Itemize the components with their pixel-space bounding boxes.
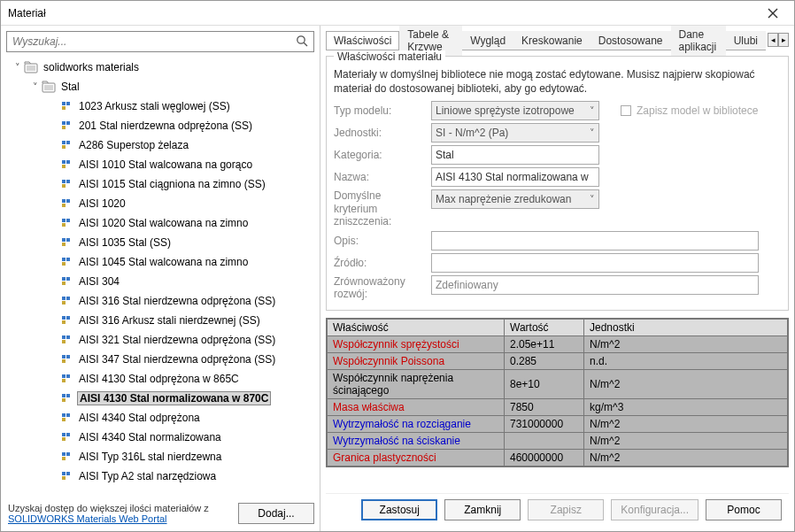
table-row[interactable]: Wytrzymałość na ściskanieN/m^2 — [328, 433, 788, 450]
folder-icon — [42, 80, 56, 94]
tree-material-item[interactable]: AISI 4340 Stal normalizowana — [6, 428, 314, 447]
web-portal-note: Uzyskaj dostęp do większej ilości materi… — [6, 499, 211, 528]
svg-rect-56 — [62, 379, 66, 382]
tree-category[interactable]: ˅Stal — [6, 77, 314, 96]
add-button[interactable]: Dodaj... — [238, 503, 314, 524]
apply-button[interactable]: Zastosuj — [361, 499, 437, 520]
svg-rect-26 — [62, 184, 66, 188]
collapse-icon[interactable]: ˅ — [12, 62, 24, 73]
tree-material-item[interactable]: 1023 Arkusz stali węglowej (SS) — [6, 96, 314, 116]
save-in-lib: Zapisz model w bibliotece — [621, 104, 758, 117]
search-input[interactable] — [11, 35, 294, 49]
material-icon — [59, 294, 73, 308]
material-icon — [59, 138, 73, 152]
tree-material-item[interactable]: AISI 347 Stal nierdzewna odprężona (SS) — [6, 350, 314, 369]
category-field[interactable]: Stal — [431, 145, 599, 165]
material-icon — [59, 274, 73, 289]
svg-rect-53 — [62, 359, 66, 363]
tab-wygl-d[interactable]: Wygląd — [462, 31, 513, 50]
table-row[interactable]: Masa właściwa7850kg/m^3 — [328, 399, 788, 416]
tree-material-item[interactable]: AISI 4340 Stal odprężona — [6, 408, 314, 428]
tab-scroll-right[interactable]: ▸ — [778, 33, 789, 47]
svg-rect-48 — [62, 335, 66, 339]
svg-rect-60 — [62, 413, 66, 417]
window-title: Materiał — [8, 7, 755, 19]
svg-rect-69 — [62, 472, 66, 475]
tree-material-item[interactable]: AISI 4130 Stal odprężona w 865C — [6, 369, 314, 389]
svg-rect-40 — [66, 277, 70, 281]
svg-rect-29 — [62, 204, 66, 207]
tree-material-item[interactable]: AISI 1035 Stal (SS) — [6, 233, 314, 252]
svg-rect-37 — [66, 258, 70, 261]
help-button[interactable]: Pomoc — [706, 499, 782, 520]
table-row[interactable]: Współczynnik naprężenia ścinającego8e+10… — [328, 370, 788, 399]
tree-material-item[interactable]: AISI 321 Stal nierdzewna odprężona (SS) — [6, 330, 314, 350]
table-header: Wartość — [505, 320, 584, 336]
collapse-icon[interactable]: ˅ — [29, 81, 42, 93]
svg-rect-28 — [66, 199, 70, 203]
svg-rect-16 — [66, 121, 70, 125]
tree-material-item[interactable]: 201 Stal nierdzewna odprężona (SS) — [6, 116, 314, 135]
tree-material-item[interactable]: AISI Typ A2 stal narzędziowa — [6, 466, 314, 486]
tree-material-item[interactable]: AISI 1010 Stal walcowana na gorąco — [6, 155, 314, 174]
tree-root[interactable]: ˅solidworks materials — [6, 58, 314, 77]
tree-material-item[interactable]: A286 Superstop żelaza — [6, 135, 314, 155]
material-tree[interactable]: ˅solidworks materials˅Stal1023 Arkusz st… — [6, 56, 314, 499]
svg-rect-68 — [62, 457, 66, 460]
tree-material-item[interactable]: AISI 1020 — [6, 194, 314, 213]
tree-material-item[interactable]: AISI 316 Arkusz stali nierdzewnej (SS) — [6, 311, 314, 330]
tree-material-item[interactable]: AISI 4130 Stal normalizowana w 870C — [6, 389, 314, 408]
svg-rect-12 — [62, 102, 66, 105]
source-field[interactable] — [431, 253, 759, 273]
table-row[interactable]: Współczynnik Poissona0.285n.d. — [328, 353, 788, 370]
svg-rect-54 — [62, 374, 66, 378]
svg-rect-23 — [62, 165, 66, 168]
svg-rect-14 — [62, 106, 66, 110]
svg-rect-42 — [62, 297, 66, 300]
tree-material-item[interactable]: AISI 1045 Stal walcowana na zimno — [6, 252, 314, 272]
criterion-label: Domyślne kryterium zniszczenia: — [334, 189, 431, 227]
failure-criterion-select[interactable]: Max naprężenie zredukowan — [431, 189, 599, 209]
dialog-footer: Zastosuj Zamknij Zapisz Konfiguracja... … — [326, 493, 789, 526]
tab-w-a-ciwo-ci[interactable]: Właściwości — [326, 31, 399, 50]
material-icon — [59, 235, 73, 250]
material-icon — [59, 216, 73, 230]
svg-rect-27 — [62, 199, 66, 203]
tree-material-item[interactable]: AISI 304 — [6, 272, 314, 291]
close-button[interactable] — [755, 3, 791, 24]
model-type-label: Typ modelu: — [334, 104, 431, 117]
tab-kreskowanie[interactable]: Kreskowanie — [513, 31, 590, 50]
tree-material-item[interactable]: AISI 1020 Stal walcowana na zimno — [6, 213, 314, 233]
table-row[interactable]: Współczynnik sprężystości2.05e+11N/m^2 — [328, 336, 788, 353]
svg-rect-46 — [66, 316, 70, 320]
units-select[interactable]: SI - N/m^2 (Pa) — [431, 123, 599, 143]
tab-dostosowane[interactable]: Dostosowane — [590, 31, 671, 50]
save-in-lib-checkbox[interactable] — [621, 105, 631, 116]
svg-rect-65 — [62, 437, 66, 441]
svg-rect-61 — [66, 413, 70, 417]
model-type-select[interactable]: Liniowe sprężyste izotropowe — [431, 101, 599, 120]
name-field[interactable]: AISI 4130 Stal normalizowana w — [431, 167, 599, 187]
search-box[interactable] — [6, 31, 314, 52]
svg-rect-66 — [62, 452, 66, 456]
tree-material-item[interactable]: AISI Typ 316L stal nierdzewna — [6, 447, 314, 466]
tree-material-item[interactable]: AISI 316 Stal nierdzewna odprężona (SS) — [6, 291, 314, 311]
tab-dane-aplikacji[interactable]: Dane aplikacji — [671, 26, 726, 56]
titlebar: Materiał — [1, 1, 794, 26]
tree-material-item[interactable]: AISI 1015 Stal ciągniona na zimno (SS) — [6, 174, 314, 194]
svg-rect-57 — [62, 394, 66, 397]
svg-rect-36 — [62, 258, 66, 261]
material-icon — [59, 333, 73, 347]
sustainability-field[interactable]: Zdefiniowany — [431, 275, 759, 295]
svg-rect-55 — [66, 374, 70, 378]
table-row[interactable]: Wytrzymałość na rozciąganie731000000N/m^… — [328, 416, 788, 433]
material-icon — [59, 372, 73, 386]
web-portal-link[interactable]: SOLIDWORKS Materials Web Portal — [8, 513, 167, 524]
close-button-footer[interactable]: Zamknij — [444, 499, 521, 520]
tab-ulubi[interactable]: Ulubi — [726, 31, 766, 50]
tab-strip: WłaściwościTabele & KrzyweWyglądKreskowa… — [326, 29, 766, 50]
tab-scroll-left[interactable]: ◂ — [768, 33, 778, 47]
table-row[interactable]: Granica plastyczności460000000N/m^2 — [328, 450, 788, 466]
description-field[interactable] — [431, 231, 759, 251]
sustainability-label: Zrównoważony rozwój: — [334, 275, 431, 301]
